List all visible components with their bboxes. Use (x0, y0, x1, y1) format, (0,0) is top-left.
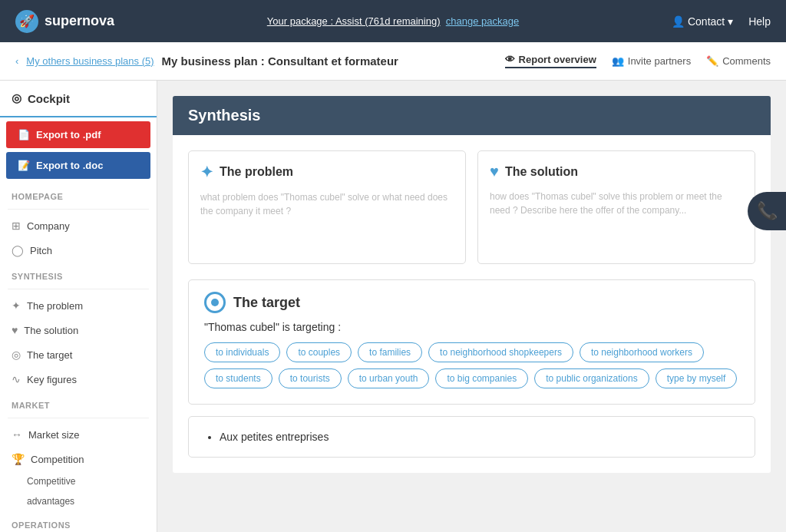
phone-fab-button[interactable]: 📞 (748, 192, 786, 230)
solution-label: The solution (24, 325, 78, 336)
sidebar-item-figures[interactable]: ∿ Key figures (0, 367, 157, 392)
tag-item[interactable]: to tourists (279, 368, 342, 388)
logo: 🚀 supernova (15, 10, 114, 33)
invite-partners-button[interactable]: 👥 Invite partners (612, 55, 691, 67)
change-package-link[interactable]: change package (446, 15, 519, 27)
sidebar-item-target[interactable]: ◎ The target (0, 342, 157, 367)
cockpit-label: Cockpit (28, 92, 70, 105)
pdf-icon: 📄 (18, 129, 30, 140)
tag-item[interactable]: to urban youth (348, 368, 430, 388)
solution-card: ♥ The solution how does "Thomas cubel" s… (477, 150, 755, 264)
contact-label: Contact (688, 15, 725, 28)
solution-card-icon: ♥ (490, 163, 499, 180)
problem-card-label: The problem (220, 165, 293, 179)
target-icon: ◎ (12, 349, 21, 361)
export-doc-label: Export to .doc (36, 160, 103, 171)
homepage-section: HOMEPAGE (0, 183, 157, 205)
package-info: Your package : Assist (761d remaining) c… (114, 15, 672, 27)
solution-card-label: The solution (505, 165, 578, 179)
export-doc-button[interactable]: 📝 Export to .doc (6, 152, 150, 179)
comments-button[interactable]: ✏️ Comments (706, 55, 771, 67)
tag-item[interactable]: to public organizations (534, 368, 649, 388)
tag-item[interactable]: type by myself (656, 368, 738, 388)
tag-item[interactable]: to neighborhood shopkeepers (428, 342, 573, 362)
target-label: The target (27, 349, 72, 361)
target-icon-inner (211, 299, 219, 306)
market-size-icon: ↔ (12, 428, 22, 441)
tags-container: to individualsto couplesto familiesto ne… (204, 342, 739, 388)
chevron-down-icon: ▾ (728, 15, 733, 28)
sidebar-item-pitch[interactable]: ◯ Pitch (0, 238, 157, 263)
advantages-label: advantages (27, 496, 74, 507)
target-title-label: The target (233, 295, 300, 311)
synthesis-body: ✦ The problem what problem does "Thomas … (173, 135, 771, 473)
doc-icon: 📝 (18, 160, 30, 171)
problem-label: The problem (27, 300, 83, 312)
solution-placeholder[interactable]: how does "Thomas cubel" solve this probl… (490, 190, 743, 251)
target-title: The target (204, 292, 739, 313)
report-overview-button[interactable]: 👁 Report overview (505, 54, 596, 68)
market-size-label: Market size (28, 429, 79, 441)
tag-item[interactable]: to neighborhood workers (580, 342, 704, 362)
synthesis-header: Synthesis (173, 96, 771, 135)
tag-item[interactable]: to big companies (435, 368, 528, 388)
export-pdf-label: Export to .pdf (36, 129, 101, 140)
back-link[interactable]: My others business plans (5) (26, 55, 154, 67)
logo-icon: 🚀 (15, 10, 38, 33)
company-label: Company (27, 220, 70, 232)
report-overview-label: Report overview (519, 54, 596, 65)
sidebar-item-market-size[interactable]: ↔ Market size (0, 422, 157, 447)
sidebar-item-company[interactable]: ⊞ Company (0, 213, 157, 238)
help-button[interactable]: Help (748, 15, 771, 28)
problem-placeholder[interactable]: what problem does "Thomas cubel" solve o… (200, 190, 454, 252)
figures-label: Key figures (27, 374, 77, 385)
export-pdf-button[interactable]: 📄 Export to .pdf (6, 121, 150, 148)
solution-icon: ♥ (12, 324, 18, 336)
company-icon: ⊞ (12, 220, 21, 232)
competition-icon: 🏆 (12, 453, 25, 465)
sidebar-item-solution[interactable]: ♥ The solution (0, 318, 157, 342)
figures-icon: ∿ (12, 373, 21, 385)
sidebar-item-advantages[interactable]: advantages (0, 491, 157, 511)
nav-right: 👤 Contact ▾ Help (672, 15, 771, 28)
package-text: Your package : Assist (761d remaining) (267, 15, 441, 27)
market-section: MARKET (0, 392, 157, 414)
current-plan: My business plan : Consultant et formate… (162, 55, 398, 68)
divider2 (8, 289, 149, 289)
operations-section: OPERATIONS (0, 511, 157, 532)
competitive-label: Competitive (27, 476, 75, 487)
divider3 (8, 418, 149, 418)
list-section: Aux petites entreprises (188, 416, 755, 458)
main-layout: ◎ Cockpit 📄 Export to .pdf 📝 Export to .… (0, 81, 786, 532)
cockpit-icon: ◎ (12, 91, 21, 105)
eye-icon: 👁 (505, 54, 515, 65)
competition-label: Competition (31, 454, 84, 465)
tag-item[interactable]: to individuals (204, 342, 280, 362)
breadcrumb: ‹ My others business plans (5) My busine… (0, 42, 786, 81)
sidebar-item-competitive[interactable]: Competitive (0, 471, 157, 491)
sidebar-item-problem[interactable]: ✦ The problem (0, 293, 157, 318)
target-list: Aux petites entreprises (204, 428, 739, 445)
top-nav: 🚀 supernova Your package : Assist (761d … (0, 0, 786, 42)
contact-button[interactable]: 👤 Contact ▾ (672, 15, 733, 28)
tag-item[interactable]: to students (204, 368, 272, 388)
synthesis-section: SYNTHESIS (0, 263, 157, 285)
synthesis-title: Synthesis (188, 107, 260, 124)
targeting-text: "Thomas cubel" is targeting : (204, 321, 739, 333)
solution-card-title: ♥ The solution (490, 163, 743, 180)
sidebar-item-competition[interactable]: 🏆 Competition (0, 447, 157, 471)
list-item: Aux petites entreprises (220, 428, 739, 445)
pitch-icon: ◯ (12, 244, 24, 256)
comments-label: Comments (722, 55, 771, 67)
problem-icon: ✦ (12, 299, 21, 312)
target-icon-circle (204, 292, 226, 313)
tag-item[interactable]: to couples (286, 342, 352, 362)
cockpit-item[interactable]: ◎ Cockpit (0, 81, 157, 117)
tag-item[interactable]: to families (358, 342, 422, 362)
user-icon: 👤 (672, 15, 685, 28)
logo-text: supernova (45, 13, 114, 29)
pencil-icon: ✏️ (706, 55, 718, 67)
target-section: The target "Thomas cubel" is targeting :… (188, 279, 755, 405)
problem-card-title: ✦ The problem (200, 163, 454, 181)
divider (8, 209, 149, 210)
